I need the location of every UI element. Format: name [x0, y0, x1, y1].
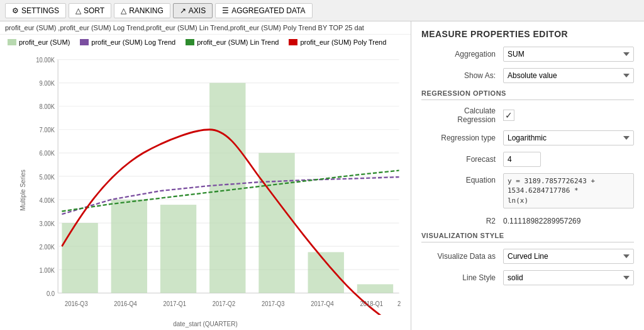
equation-row: Equation y = 3189.7857726243 + 1534.6284… — [421, 173, 634, 210]
x-axis-label: date_start (QUARTER) — [173, 321, 238, 327]
svg-text:1.00K: 1.00K — [39, 266, 55, 274]
svg-text:2017-Q1: 2017-Q1 — [164, 300, 187, 308]
r2-row: R2 0.11118982289957269 — [421, 217, 634, 225]
toolbar: ⚙ SETTINGS △ SORT △ RANKING ↗ AXIS ☰ AGG… — [0, 0, 644, 21]
gear-icon: ⚙ — [12, 6, 19, 15]
legend-label-3: profit_eur (SUM) Lin Trend — [197, 38, 279, 46]
show-as-select[interactable]: Absolute value Percentage Running total — [503, 68, 634, 83]
calculate-regression-checkbox[interactable]: ✓ — [503, 110, 514, 121]
y-axis-label: Multiple Series — [19, 169, 26, 211]
svg-rect-29 — [357, 284, 393, 293]
equation-value-wrapper: y = 3189.7857726243 + 1534.6284717786 * … — [503, 173, 634, 210]
svg-rect-25 — [160, 205, 196, 293]
r2-label: R2 — [421, 217, 503, 225]
visualization-section-header: VISUALIZATION STYLE — [421, 232, 634, 242]
forecast-row: Forecast — [421, 152, 634, 167]
svg-rect-28 — [308, 252, 344, 293]
axis-label: AXIS — [189, 6, 206, 15]
svg-text:2018-Q1: 2018-Q1 — [360, 300, 384, 308]
svg-text:10.00K: 10.00K — [36, 57, 55, 64]
legend-label-4: profit_eur (SUM) Poly Trend — [300, 38, 386, 46]
regression-section-header: REGRESSION OPTIONS — [421, 89, 634, 100]
settings-button[interactable]: ⚙ SETTINGS — [5, 3, 66, 18]
regression-type-row: Regression type Logarithmic Linear Polyn… — [421, 130, 634, 145]
regression-type-select[interactable]: Logarithmic Linear Polynomial Curved — [503, 130, 634, 145]
svg-text:2017-Q2: 2017-Q2 — [213, 300, 236, 308]
settings-label: SETTINGS — [21, 6, 59, 15]
chart-svg: 10.00K 9.00K 8.00K 7.00K 6.00K 5.00K 4.0… — [25, 52, 406, 315]
chart-query: profit_eur (SUM) ,profit_eur (SUM) Log T… — [0, 21, 411, 35]
regression-type-value-wrapper: Logarithmic Linear Polynomial Curved — [503, 130, 634, 145]
legend-label-1: profit_eur (SUM) — [19, 38, 70, 46]
svg-text:2017-Q4: 2017-Q4 — [311, 300, 334, 308]
svg-text:0.0: 0.0 — [47, 290, 55, 297]
legend-color-2 — [80, 39, 89, 45]
aggregated-label: AGGREGATED DATA — [231, 6, 305, 15]
show-as-row: Show As: Absolute value Percentage Runni… — [421, 68, 634, 83]
aggregation-select[interactable]: SUM — [503, 47, 634, 62]
legend-item-1: profit_eur (SUM) — [8, 38, 70, 46]
aggregation-label: Aggregation — [421, 50, 503, 59]
svg-text:2017-Q3: 2017-Q3 — [262, 300, 285, 308]
sort-icon: △ — [75, 6, 81, 15]
svg-text:7.00K: 7.00K — [39, 127, 55, 134]
svg-text:6.00K: 6.00K — [39, 150, 55, 157]
chart-wrapper: Multiple Series 10.00K 9.00K 8.00K 7.00K… — [0, 50, 411, 330]
legend-color-1 — [8, 39, 16, 45]
svg-text:8.00K: 8.00K — [39, 103, 55, 111]
svg-rect-24 — [111, 200, 147, 293]
equation-label: Equation — [421, 173, 503, 185]
svg-rect-27 — [258, 153, 294, 293]
ranking-button[interactable]: △ RANKING — [114, 3, 170, 18]
visualize-data-label: Visualize Data as — [421, 252, 503, 261]
svg-text:9.00K: 9.00K — [39, 80, 55, 88]
line-style-label: Line Style — [421, 273, 503, 282]
r2-value: 0.11118982289957269 — [503, 217, 634, 225]
calculate-regression-label: Calculate Regression — [421, 106, 503, 124]
svg-rect-26 — [209, 83, 245, 293]
forecast-label: Forecast — [421, 155, 503, 164]
svg-text:5.00K: 5.00K — [39, 173, 55, 181]
legend-color-4 — [289, 39, 297, 45]
axis-button[interactable]: ↗ AXIS — [173, 3, 213, 18]
properties-panel: MEASURE PROPERTIES EDITOR Aggregation SU… — [411, 21, 644, 330]
ranking-label: RANKING — [129, 6, 164, 15]
svg-text:4.00K: 4.00K — [39, 196, 55, 204]
main-content: profit_eur (SUM) ,profit_eur (SUM) Log T… — [0, 21, 644, 330]
show-as-label: Show As: — [421, 71, 503, 80]
forecast-input[interactable] — [503, 152, 541, 167]
visualize-data-row: Visualize Data as Curved Line Bar Line — [421, 249, 634, 264]
axis-icon: ↗ — [180, 6, 186, 15]
chart-area: profit_eur (SUM) ,profit_eur (SUM) Log T… — [0, 21, 411, 330]
aggregation-row: Aggregation SUM — [421, 47, 634, 62]
svg-rect-23 — [62, 223, 97, 293]
svg-text:2.00K: 2.00K — [39, 243, 55, 251]
legend-item-4: profit_eur (SUM) Poly Trend — [289, 38, 386, 46]
aggregation-value-wrapper: SUM — [503, 47, 634, 62]
svg-text:3.00K: 3.00K — [39, 220, 55, 227]
line-style-select[interactable]: solid dashed dotted — [503, 270, 634, 285]
panel-title: MEASURE PROPERTIES EDITOR — [421, 29, 634, 39]
visualize-data-select[interactable]: Curved Line Bar Line — [503, 249, 634, 264]
visualize-data-value-wrapper: Curved Line Bar Line — [503, 249, 634, 264]
chart-legend: profit_eur (SUM) profit_eur (SUM) Log Tr… — [0, 35, 411, 50]
legend-color-3 — [186, 39, 194, 45]
equation-textarea[interactable]: y = 3189.7857726243 + 1534.6284717786 * … — [503, 173, 634, 208]
sort-label: SORT — [84, 6, 104, 15]
forecast-value-wrapper — [503, 152, 634, 167]
legend-item-3: profit_eur (SUM) Lin Trend — [186, 38, 279, 46]
legend-item-2: profit_eur (SUM) Log Trend — [80, 38, 175, 46]
svg-text:2016-Q3: 2016-Q3 — [65, 300, 88, 308]
calculate-regression-value: ✓ — [503, 110, 634, 121]
svg-text:2: 2 — [397, 300, 401, 308]
sort-button[interactable]: △ SORT — [69, 3, 111, 18]
show-as-value-wrapper: Absolute value Percentage Running total — [503, 68, 634, 83]
svg-text:2016-Q4: 2016-Q4 — [114, 300, 137, 308]
aggregated-icon: ☰ — [222, 6, 229, 15]
calculate-regression-row: Calculate Regression ✓ — [421, 106, 634, 124]
aggregated-data-button[interactable]: ☰ AGGREGATED DATA — [215, 3, 312, 18]
line-style-value-wrapper: solid dashed dotted — [503, 270, 634, 285]
legend-label-2: profit_eur (SUM) Log Trend — [91, 38, 175, 46]
ranking-icon: △ — [121, 6, 126, 15]
line-style-row: Line Style solid dashed dotted — [421, 270, 634, 285]
